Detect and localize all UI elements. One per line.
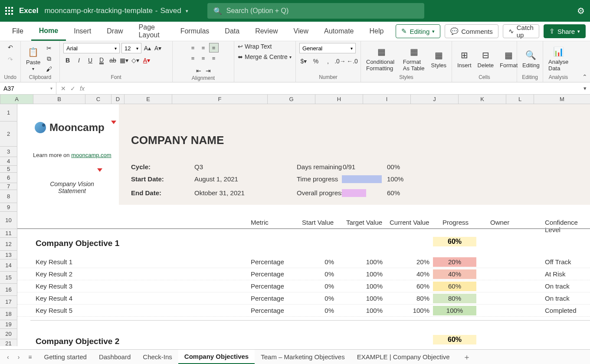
row-header[interactable]: 3 [0, 147, 17, 157]
row-header[interactable]: 18 [0, 308, 17, 320]
app-launcher-icon[interactable] [5, 7, 13, 15]
column-header[interactable]: A [0, 95, 33, 104]
format-cells-button[interactable]: ▦Format [498, 49, 519, 69]
row-header[interactable]: 7 [0, 183, 17, 190]
add-sheet-button[interactable]: ＋ [459, 352, 474, 362]
menu-page-layout[interactable]: Page Layout [131, 22, 173, 41]
paste-button[interactable]: 📋 Paste▾ [24, 46, 42, 71]
tab-scroll-right[interactable]: › [15, 354, 23, 361]
format-as-table-button[interactable]: ▦Format As Table [401, 46, 427, 72]
search-input[interactable]: 🔍 Search (Option + Q) [207, 3, 424, 19]
row-header[interactable]: 6 [0, 173, 17, 183]
column-header[interactable]: B [33, 95, 85, 104]
wrap-text-button[interactable]: ↩Wrap Text [238, 43, 272, 50]
row-header[interactable]: 19 [0, 320, 17, 329]
delete-cells-button[interactable]: ⊟Delete [476, 49, 496, 69]
merge-centre-button[interactable]: ⬌Merge & Centre▾ [238, 53, 292, 60]
row-header[interactable]: 10 [0, 212, 17, 229]
decrease-indent-icon[interactable]: ⇤ [194, 66, 203, 75]
row-header[interactable]: 13 [0, 251, 17, 259]
menu-view[interactable]: View [286, 22, 316, 41]
menu-insert[interactable]: Insert [66, 22, 99, 41]
sheet-tab[interactable]: Team – Marketing Objectives [255, 350, 351, 364]
row-header[interactable]: 21 [0, 339, 17, 346]
cell-styles-button[interactable]: ▦Styles [429, 49, 448, 69]
align-bottom-right-icon[interactable]: ≡ [209, 53, 219, 63]
bold-icon[interactable]: B [63, 56, 72, 65]
row-header[interactable]: 5 [0, 166, 17, 173]
italic-icon[interactable]: I [75, 56, 83, 65]
align-top-left-icon[interactable]: ≡ [188, 43, 198, 52]
analyse-data-button[interactable]: 📊Analyse Data [547, 46, 570, 72]
column-header[interactable]: I [363, 95, 411, 104]
cut-icon[interactable]: ✂ [45, 44, 53, 52]
document-title[interactable]: mooncamp-okr-tracking-template - Saved ▾ [44, 7, 188, 15]
menu-help[interactable]: Help [361, 22, 391, 41]
align-top-right-icon[interactable]: ≡ [209, 43, 219, 52]
column-header[interactable]: M [534, 95, 590, 104]
ribbon-collapse-icon[interactable]: ⌃ [582, 73, 587, 80]
row-header[interactable]: 1 [0, 104, 17, 121]
sheet-tab[interactable]: EXAMPLE | Company Objective [351, 350, 456, 364]
column-header[interactable]: C [85, 95, 111, 104]
comments-button[interactable]: 💬Comments [445, 24, 498, 38]
name-box[interactable]: A37▾ [0, 82, 56, 94]
conditional-formatting-button[interactable]: ▦Conditional Formatting [364, 46, 399, 72]
expand-formula-bar-icon[interactable]: ▾ [583, 85, 587, 92]
menu-data[interactable]: Data [217, 22, 247, 41]
sheet-tab[interactable]: Getting started [38, 350, 93, 364]
decrease-font-icon[interactable]: A▾ [154, 44, 162, 52]
row-header[interactable]: 14 [0, 259, 17, 272]
double-underline-icon[interactable]: D [97, 56, 106, 65]
font-name-select[interactable]: Arial▾ [63, 43, 120, 53]
percent-icon[interactable]: % [311, 57, 320, 66]
cancel-formula-icon[interactable]: ✕ [61, 85, 66, 92]
mode-editing-button[interactable]: ✎Editing▾ [396, 24, 440, 38]
column-header[interactable]: E [125, 95, 172, 104]
mooncamp-link[interactable]: mooncamp.com [71, 152, 111, 158]
all-sheets-icon[interactable]: ≡ [26, 354, 34, 361]
insert-cells-button[interactable]: ⊞Insert [456, 49, 473, 69]
column-header[interactable]: K [459, 95, 506, 104]
undo-icon[interactable]: ↶ [6, 43, 15, 52]
alignment-grid[interactable]: ≡≡≡ ≡≡≡ [188, 43, 219, 63]
fx-icon[interactable]: fx [80, 85, 85, 92]
column-header[interactable]: F [172, 95, 268, 104]
increase-indent-icon[interactable]: ⇥ [204, 66, 213, 75]
increase-decimal-icon[interactable]: .0→ [336, 57, 344, 66]
column-header[interactable]: D [111, 95, 125, 104]
increase-font-icon[interactable]: A▴ [143, 44, 152, 52]
row-header[interactable]: 2 [0, 121, 17, 147]
column-header[interactable]: G [268, 95, 315, 104]
column-header[interactable]: J [411, 95, 459, 104]
fill-color-icon[interactable]: ◇▾ [131, 56, 140, 65]
row-header[interactable]: 9 [0, 203, 17, 212]
currency-icon[interactable]: $▾ [299, 57, 308, 66]
tab-scroll-left[interactable]: ‹ [4, 354, 12, 361]
column-header[interactable]: H [315, 95, 363, 104]
redo-icon[interactable]: ↷ [6, 55, 15, 64]
accept-formula-icon[interactable]: ✓ [70, 85, 75, 92]
number-format-select[interactable]: General▾ [299, 43, 356, 53]
spreadsheet-canvas[interactable]: Mooncamp Learn more on mooncamp.com Comp… [17, 104, 590, 346]
underline-icon[interactable]: U [86, 56, 95, 65]
row-header[interactable]: 4 [0, 157, 17, 166]
row-header[interactable]: 20 [0, 329, 17, 339]
align-bottom-left-icon[interactable]: ≡ [188, 53, 198, 63]
decrease-decimal-icon[interactable]: ←.0 [348, 57, 357, 66]
row-header[interactable]: 11 [0, 229, 17, 238]
row-header[interactable]: 8 [0, 190, 17, 203]
editing-group-button[interactable]: 🔍Editing [521, 49, 541, 69]
menu-formulas[interactable]: Formulas [173, 22, 217, 41]
menu-automate[interactable]: Automate [316, 22, 361, 41]
catch-up-button[interactable]: ∿Catch up [503, 24, 539, 38]
menu-file[interactable]: File [4, 22, 31, 41]
sheet-tab[interactable]: Dashboard [93, 350, 137, 364]
align-bottom-center-icon[interactable]: ≡ [199, 53, 208, 63]
settings-icon[interactable]: ⚙ [577, 6, 585, 16]
font-size-select[interactable]: 12▾ [121, 43, 141, 53]
borders-icon[interactable]: ▦▾ [120, 56, 128, 65]
menu-draw[interactable]: Draw [99, 22, 131, 41]
sheet-tab[interactable]: Check-Ins [137, 350, 178, 364]
menu-home[interactable]: Home [31, 22, 66, 41]
